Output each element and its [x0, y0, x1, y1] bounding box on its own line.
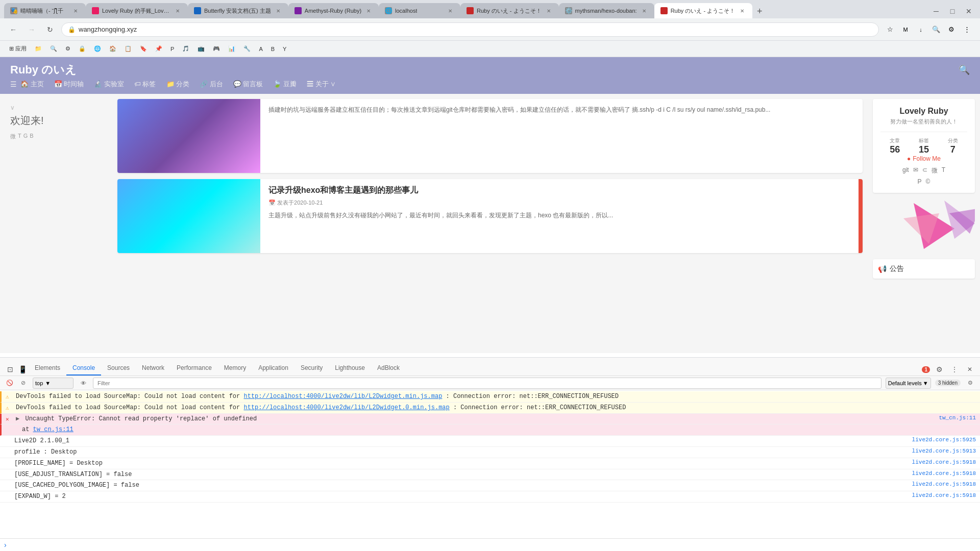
nav-timeline[interactable]: 📅 时间轴 [54, 80, 84, 89]
nav-categories[interactable]: 📁 分类 [166, 80, 190, 89]
log-levels-selector[interactable]: Default levels ▼ [886, 378, 931, 389]
tab-4[interactable]: Amethyst-Ruby (Ruby) ✕ [288, 3, 379, 18]
nav-guestbook[interactable]: 💬 留言板 [233, 80, 263, 89]
tab-1[interactable]: 🎭 晴晴喃喃（- ˘ʃƪ千 ✕ [4, 3, 86, 18]
more-options-button[interactable]: ⋮ [960, 22, 974, 37]
eye-icon[interactable]: 👁 [78, 378, 89, 389]
tab-network[interactable]: Network [136, 361, 170, 375]
bookmark-14[interactable]: 📊 [225, 44, 238, 53]
search-icon[interactable]: 🔍 [959, 64, 970, 76]
social-weibo[interactable]: 微 [10, 133, 16, 140]
devtools-device-icon[interactable]: 📱 [16, 363, 29, 375]
console-input[interactable] [11, 541, 976, 548]
console-filter-icon[interactable]: ⊘ [17, 378, 29, 389]
social-copyright[interactable]: © [926, 178, 930, 185]
error-expand-arrow[interactable]: ▶ [16, 415, 19, 422]
bookmark-5[interactable]: 🌐 [91, 44, 104, 53]
log-info-2-source[interactable]: live2d.core.js:5913 [907, 448, 976, 454]
tab-5[interactable]: 🌐 localhost ✕ [379, 3, 460, 18]
bookmark-6[interactable]: 🏠 [106, 44, 119, 53]
social-github[interactable]: G [23, 133, 28, 140]
social-blog[interactable]: B [30, 133, 33, 140]
bookmark-apps[interactable]: ⊞ 应用 [6, 44, 30, 54]
bookmark-1[interactable]: 📁 [32, 44, 45, 53]
tab-sources[interactable]: Sources [101, 361, 136, 375]
nav-backend[interactable]: 🔗 后台 [200, 80, 223, 89]
bookmark-18[interactable]: Y [280, 45, 289, 53]
devtools-settings-icon[interactable]: ⚙ [933, 363, 945, 375]
extension-icon-3[interactable]: 🔍 [929, 22, 943, 37]
bookmark-16[interactable]: A [256, 45, 265, 53]
nav-tags[interactable]: 🏷 标签 [134, 80, 156, 89]
log-info-5-source[interactable]: live2d.core.js:5918 [907, 481, 976, 487]
tab-elements[interactable]: Elements [29, 361, 66, 375]
maximize-button[interactable]: □ [945, 4, 960, 18]
log-warning-1-link[interactable]: http://localhost:4000/live2dw/lib/L2Dwid… [243, 393, 442, 400]
log-info-3-source[interactable]: live2d.core.js:5918 [907, 459, 976, 465]
back-button[interactable]: ← [6, 22, 20, 37]
bookmark-7[interactable]: 📋 [121, 44, 135, 53]
follow-button[interactable]: ● Follow Me [880, 155, 967, 162]
social-rss[interactable]: ⊂ [922, 166, 927, 175]
bookmark-12[interactable]: 📺 [194, 44, 208, 53]
devtools-close-icon[interactable]: ✕ [964, 363, 976, 375]
tab-5-close[interactable]: ✕ [446, 7, 454, 15]
expand-arrow[interactable]: ∨ [10, 104, 102, 111]
devtools-more-icon[interactable]: ⋮ [948, 363, 961, 375]
bookmark-8[interactable]: 🔖 [137, 44, 150, 53]
social-twitter-link[interactable]: T [942, 166, 945, 175]
url-bar[interactable]: 🔒 wangzhongqing.xyz [61, 22, 879, 37]
nav-hamburger[interactable]: ☰ [10, 80, 20, 88]
hidden-count-badge[interactable]: 3 hidden [935, 380, 961, 386]
tab-3[interactable]: Butterfly 安装文档(五) 主题 ✕ [188, 3, 288, 18]
tab-2[interactable]: Lovely Ruby 的手账_Lovely ✕ [86, 3, 188, 18]
bookmark-star-icon[interactable]: ☆ [883, 22, 897, 37]
reload-button[interactable]: ↻ [43, 22, 57, 37]
tab-7[interactable]: ⚙️ mythsman/hexo-douban: ✕ [559, 3, 654, 18]
bookmark-10[interactable]: P [167, 45, 177, 53]
log-error-1-source[interactable]: tw_cn.js:11 [934, 415, 976, 421]
nav-home[interactable]: 🏠 主页 [20, 80, 44, 89]
console-settings-icon[interactable]: ⚙ [965, 378, 976, 389]
nav-douban[interactable]: 🍃 豆瓣 [273, 80, 297, 89]
bookmark-3[interactable]: ⚙ [62, 44, 74, 53]
extension-icon-1[interactable]: M [898, 22, 913, 37]
social-weibo-link[interactable]: 微 [932, 166, 938, 175]
tab-2-close[interactable]: ✕ [174, 7, 182, 15]
log-info-1-source[interactable]: live2d.core.js:5925 [907, 437, 976, 443]
social-git[interactable]: git [902, 166, 909, 175]
tab-lighthouse[interactable]: Lighthouse [329, 361, 371, 375]
error-location-link[interactable]: tw_cn.js:11 [33, 426, 74, 433]
bookmark-13[interactable]: 🎮 [210, 44, 223, 53]
post-2-title[interactable]: 记录升级hexo和博客主题遇到的那些事儿 [268, 185, 850, 196]
context-selector[interactable]: top ▼ [33, 378, 74, 389]
log-info-4-source[interactable]: live2d.core.js:5918 [907, 470, 976, 477]
devtools-inspect-icon[interactable]: ⊡ [4, 363, 16, 375]
bookmark-9[interactable]: 📌 [152, 44, 165, 53]
tab-security[interactable]: Security [295, 361, 329, 375]
tab-4-close[interactable]: ✕ [364, 7, 373, 15]
bookmark-2[interactable]: 🔍 [47, 44, 60, 53]
tab-6[interactable]: Ruby のいえ - ようこそ！ ✕ [460, 3, 559, 18]
bookmark-17[interactable]: B [268, 45, 278, 53]
tab-1-close[interactable]: ✕ [71, 7, 80, 15]
nav-about[interactable]: ☰ 关于 ∨ [307, 80, 336, 89]
log-warning-2-link[interactable]: http://localhost:4000/live2dw/lib/L2Dwid… [243, 404, 449, 411]
tab-3-close[interactable]: ✕ [274, 7, 282, 15]
minimize-button[interactable]: ─ [929, 4, 943, 18]
tab-6-close[interactable]: ✕ [545, 7, 553, 15]
extension-icon-2[interactable]: ↓ [914, 22, 928, 37]
nav-lab[interactable]: 🔬 实验室 [94, 80, 124, 89]
bookmark-15[interactable]: 🔧 [240, 44, 254, 53]
tab-7-close[interactable]: ✕ [640, 7, 648, 15]
console-filter-input[interactable] [93, 378, 881, 389]
social-email[interactable]: ✉ [913, 166, 918, 175]
bookmark-11[interactable]: 🎵 [179, 44, 192, 53]
tab-adblock[interactable]: AdBlock [371, 361, 406, 375]
tab-memory[interactable]: Memory [218, 361, 252, 375]
social-pixiv[interactable]: P [918, 178, 922, 185]
close-button[interactable]: ✕ [962, 4, 976, 18]
tab-application[interactable]: Application [252, 361, 295, 375]
tab-8-active[interactable]: Ruby のいえ - ようこそ！ ✕ [654, 3, 753, 18]
clear-console-icon[interactable]: 🚫 [4, 378, 15, 389]
